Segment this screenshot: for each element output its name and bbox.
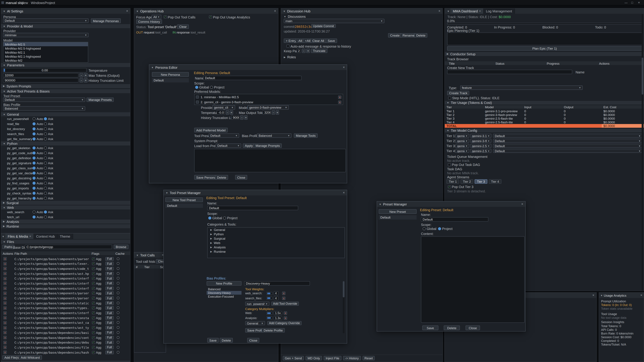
auto-radio[interactable] xyxy=(32,197,36,200)
ask-radio[interactable] xyxy=(44,211,47,214)
tier-provider-select[interactable]: gemini▼ xyxy=(456,144,469,148)
full-flag-button[interactable]: Full xyxy=(105,262,114,266)
truncate-button[interactable]: Truncate xyxy=(311,49,327,53)
auto-radio[interactable] xyxy=(32,167,36,170)
category-override-select[interactable]: General▼ xyxy=(245,321,265,325)
ask-radio[interactable] xyxy=(44,137,47,140)
history-limit-input[interactable]: 900000 xyxy=(3,78,78,82)
collapse-icon[interactable]: ▼ xyxy=(379,203,381,205)
model-select[interactable]: gemini-3-flash-preview▼ xyxy=(248,105,289,110)
cache-indicator[interactable] xyxy=(117,277,120,280)
pop-out-usage-analytics-checkbox[interactable] xyxy=(209,15,212,18)
delete-discussion-button[interactable]: Delete xyxy=(414,33,428,37)
persona-select[interactable]: Default▼ xyxy=(3,18,88,23)
category-row[interactable]: ▶ Web xyxy=(208,241,344,245)
tier-provider-select[interactable]: gemini▼ xyxy=(456,149,469,153)
ask-radio[interactable] xyxy=(44,192,47,195)
cache-indicator[interactable] xyxy=(117,282,120,285)
pop-out-tool-calls-checkbox[interactable] xyxy=(164,15,167,18)
cache-indicator[interactable] xyxy=(117,311,120,314)
add-tool-override-button[interactable]: Add Tool Override xyxy=(271,302,299,306)
preset-name-input[interactable] xyxy=(207,206,298,210)
tool-preset-list-item[interactable]: Default xyxy=(165,203,203,208)
active-tool-presets-section[interactable]: ▼Active Tool Presets & Biases xyxy=(1,89,130,93)
update-commit-button[interactable]: Update Commit xyxy=(311,24,336,28)
category-row[interactable]: ▶ Python xyxy=(208,232,344,236)
full-flag-button[interactable]: Full xyxy=(105,351,114,354)
comms-history-button[interactable]: Comms History xyxy=(136,19,162,24)
remove-file-button[interactable]: x xyxy=(3,277,7,280)
agg-checkbox[interactable] xyxy=(92,272,95,275)
max-tokens-decrement-button[interactable]: - xyxy=(80,73,83,77)
scope-global-radio[interactable] xyxy=(195,86,198,89)
full-flag-button[interactable]: Full xyxy=(105,272,114,275)
cache-indicator[interactable] xyxy=(117,262,120,265)
epic-planning-textarea[interactable] xyxy=(447,32,642,45)
auto-radio[interactable] xyxy=(32,132,36,135)
auto-radio[interactable] xyxy=(32,172,36,175)
tier-preset-select[interactable]: Default▼ xyxy=(493,139,642,143)
remove-model-button[interactable]: x xyxy=(338,100,342,104)
collapse-icon[interactable]: ▼ xyxy=(151,66,154,68)
full-flag-button[interactable]: Full xyxy=(105,336,114,339)
window-maximize-icon[interactable]: □ xyxy=(631,1,633,4)
tier-preset-select[interactable]: Default▼ xyxy=(493,149,642,153)
roles-section[interactable]: ▶Roles xyxy=(284,55,296,59)
full-flag-button[interactable]: Full xyxy=(105,321,114,325)
auto-radio[interactable] xyxy=(32,177,36,180)
agg-checkbox[interactable] xyxy=(92,282,95,285)
model-list-item[interactable]: MiniMax-M2 xyxy=(3,58,88,62)
base-dir-input[interactable] xyxy=(25,245,112,249)
discussion-action-button[interactable]: Inject File xyxy=(324,356,341,360)
cache-indicator[interactable] xyxy=(117,341,120,344)
dock-tab[interactable]: Theme × xyxy=(58,234,73,239)
ask-radio[interactable] xyxy=(44,187,47,190)
tab-mma-dashboard[interactable]: MMA Dashboard × xyxy=(450,8,484,14)
agg-checkbox[interactable] xyxy=(92,277,95,280)
remove-file-button[interactable]: x xyxy=(3,257,7,260)
menu-project[interactable]: Project xyxy=(44,1,55,5)
delete-tool-preset-button[interactable]: Delete xyxy=(220,338,233,343)
auto-radio[interactable] xyxy=(32,192,36,195)
tool-group-surgical[interactable]: ▶Surgical xyxy=(1,201,130,205)
tier-provider-select[interactable]: gemini▼ xyxy=(456,134,469,138)
agg-checkbox[interactable] xyxy=(92,267,95,270)
close-icon[interactable]: × xyxy=(343,66,345,69)
tool-weight-value[interactable]: 4 xyxy=(274,296,278,300)
save-persona-button[interactable]: Save Persona xyxy=(194,175,218,180)
remove-file-button[interactable]: x xyxy=(3,326,7,329)
tool-preset-select[interactable]: Default▼ xyxy=(209,133,239,138)
full-flag-button[interactable]: Full xyxy=(105,292,114,295)
remove-file-button[interactable]: x xyxy=(3,341,7,344)
clear-status-button[interactable]: Clear xyxy=(177,24,189,29)
dock-tab[interactable]: Context Hub × xyxy=(34,234,58,239)
pop-out-tier3-checkbox[interactable] xyxy=(448,185,451,188)
save-preset-button[interactable]: Save xyxy=(422,326,438,330)
tier-provider-select[interactable]: gemini▼ xyxy=(456,139,469,143)
profile-name-input[interactable] xyxy=(244,281,310,286)
menu-windows[interactable]: Windows xyxy=(31,1,44,5)
delete-profile-button[interactable]: Delete Profile xyxy=(262,328,285,333)
history-limit-decrement-button[interactable]: - xyxy=(80,78,83,82)
full-flag-button[interactable]: Full xyxy=(105,316,114,320)
system-prompt-textarea[interactable] xyxy=(194,149,346,172)
bias-profile-item[interactable]: Discovery-Heavy xyxy=(206,291,242,295)
history-limit-input[interactable]: 900000 xyxy=(231,115,239,120)
collapse-icon[interactable]: ▼ xyxy=(446,10,450,12)
auto-radio[interactable] xyxy=(32,162,36,165)
full-flag-button[interactable]: Full xyxy=(105,282,114,285)
agg-checkbox[interactable] xyxy=(92,287,95,290)
stream-tab[interactable]: Tier 3 xyxy=(474,179,487,184)
category-multiplier-value[interactable]: 1.3x xyxy=(274,316,282,320)
remove-file-button[interactable]: x xyxy=(3,321,7,325)
scrollbar-thumb[interactable] xyxy=(642,58,643,94)
ask-radio[interactable] xyxy=(44,162,47,165)
files-section[interactable]: ▼Files xyxy=(1,240,130,244)
ask-radio[interactable] xyxy=(44,216,47,219)
close-icon[interactable]: × xyxy=(29,235,31,238)
cache-indicator[interactable] xyxy=(117,326,120,329)
full-flag-button[interactable]: Full xyxy=(105,346,114,349)
add-category-override-button[interactable]: Add Category Override xyxy=(267,321,302,325)
tool-weight-slider[interactable] xyxy=(267,292,272,295)
tier-preset-select[interactable]: Default▼ xyxy=(493,134,642,138)
